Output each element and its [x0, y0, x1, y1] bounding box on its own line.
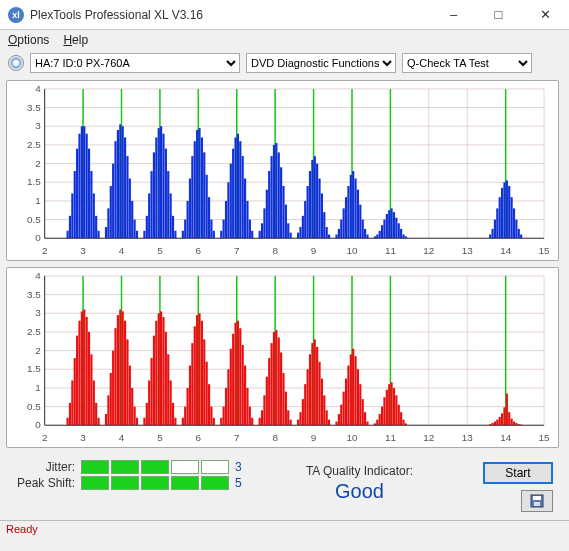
menu-help[interactable]: Helpdocument.currentScript.previousSibli… — [63, 33, 88, 47]
svg-rect-112 — [220, 231, 222, 238]
svg-rect-343 — [309, 354, 311, 425]
svg-rect-75 — [117, 130, 119, 238]
svg-rect-364 — [364, 412, 366, 425]
svg-rect-79 — [126, 156, 128, 238]
svg-rect-164 — [359, 205, 361, 239]
svg-text:7: 7 — [234, 432, 239, 443]
svg-text:5: 5 — [157, 432, 163, 443]
svg-rect-368 — [379, 414, 381, 425]
svg-rect-175 — [391, 208, 393, 238]
svg-rect-111 — [213, 231, 215, 238]
svg-rect-342 — [307, 369, 309, 425]
svg-rect-375 — [395, 395, 397, 425]
svg-rect-188 — [503, 182, 505, 238]
svg-text:2.5: 2.5 — [27, 139, 41, 150]
svg-rect-129 — [266, 190, 268, 239]
svg-rect-158 — [345, 197, 347, 238]
jitter-label: Jitter: — [16, 460, 81, 474]
svg-rect-119 — [237, 134, 239, 239]
svg-rect-118 — [234, 137, 236, 238]
svg-rect-107 — [203, 152, 205, 238]
svg-rect-355 — [343, 392, 345, 426]
svg-rect-290 — [162, 317, 164, 425]
svg-text:7: 7 — [234, 245, 239, 256]
svg-text:0.5: 0.5 — [27, 401, 41, 412]
svg-rect-189 — [506, 180, 508, 238]
svg-rect-324 — [259, 418, 261, 425]
svg-rect-254 — [67, 418, 69, 425]
drive-select[interactable]: HA:7 ID:0 PX-760A — [30, 53, 240, 73]
svg-rect-302 — [196, 315, 198, 425]
svg-rect-184 — [494, 220, 496, 239]
function-select[interactable]: DVD Diagnostic Functions — [246, 53, 396, 73]
minimize-button[interactable]: – — [431, 0, 476, 30]
svg-rect-363 — [362, 399, 364, 425]
svg-rect-122 — [244, 179, 246, 239]
svg-rect-153 — [328, 235, 330, 239]
svg-rect-126 — [259, 231, 261, 238]
svg-text:3: 3 — [80, 245, 86, 256]
menubar: Optionsdocument.currentScript.previousSi… — [0, 30, 569, 50]
svg-text:8: 8 — [272, 245, 278, 256]
svg-rect-161 — [352, 171, 354, 238]
svg-rect-120 — [239, 141, 241, 238]
svg-rect-319 — [242, 345, 244, 425]
svg-rect-104 — [196, 130, 198, 238]
menu-options[interactable]: Optionsdocument.currentScript.previousSi… — [8, 33, 49, 47]
titlebar: xl PlexTools Professional XL V3.16 – □ ✕ — [0, 0, 569, 30]
svg-rect-91 — [160, 126, 162, 238]
svg-rect-98 — [182, 231, 184, 238]
save-button[interactable] — [521, 490, 553, 512]
svg-rect-190 — [508, 186, 510, 238]
meter-block — [201, 476, 229, 490]
svg-text:4: 4 — [119, 245, 125, 256]
svg-rect-383 — [496, 420, 498, 426]
svg-rect-305 — [203, 339, 205, 425]
svg-text:1: 1 — [35, 195, 41, 206]
svg-rect-281 — [136, 418, 138, 425]
svg-rect-318 — [239, 328, 241, 425]
svg-rect-370 — [383, 397, 385, 425]
svg-text:3.5: 3.5 — [27, 102, 41, 113]
svg-rect-257 — [74, 358, 76, 425]
meter-block — [81, 476, 109, 490]
svg-rect-73 — [112, 164, 114, 239]
test-select[interactable]: Q-Check TA Test — [402, 53, 532, 73]
svg-rect-310 — [220, 418, 222, 425]
svg-rect-261 — [83, 310, 85, 426]
svg-rect-145 — [309, 171, 311, 238]
svg-rect-335 — [285, 392, 287, 426]
svg-rect-346 — [316, 347, 318, 425]
svg-rect-136 — [282, 186, 284, 238]
svg-rect-94 — [167, 171, 169, 238]
svg-text:11: 11 — [385, 245, 396, 256]
svg-rect-295 — [174, 418, 176, 425]
start-button[interactable]: Start — [483, 462, 553, 484]
svg-rect-263 — [88, 332, 90, 425]
svg-rect-338 — [297, 420, 299, 426]
svg-text:6: 6 — [196, 245, 202, 256]
svg-rect-68 — [95, 216, 97, 238]
svg-rect-285 — [150, 358, 152, 425]
svg-rect-280 — [134, 407, 136, 426]
meter-block — [201, 460, 229, 474]
svg-rect-388 — [508, 412, 510, 425]
svg-rect-115 — [227, 182, 229, 238]
svg-rect-369 — [381, 407, 383, 426]
svg-rect-69 — [97, 231, 99, 238]
svg-rect-123 — [246, 201, 248, 238]
svg-rect-96 — [172, 216, 174, 238]
meter-block — [111, 476, 139, 490]
close-button[interactable]: ✕ — [521, 0, 569, 30]
svg-rect-193 — [515, 220, 517, 239]
svg-rect-59 — [74, 171, 76, 238]
svg-rect-333 — [280, 352, 282, 425]
svg-rect-259 — [78, 321, 80, 426]
svg-rect-389 — [511, 419, 513, 426]
maximize-button[interactable]: □ — [476, 0, 521, 30]
svg-rect-273 — [117, 315, 119, 425]
svg-rect-304 — [201, 321, 203, 426]
svg-text:9: 9 — [311, 432, 317, 443]
peak-value: 5 — [235, 476, 247, 490]
svg-rect-387 — [506, 394, 508, 426]
